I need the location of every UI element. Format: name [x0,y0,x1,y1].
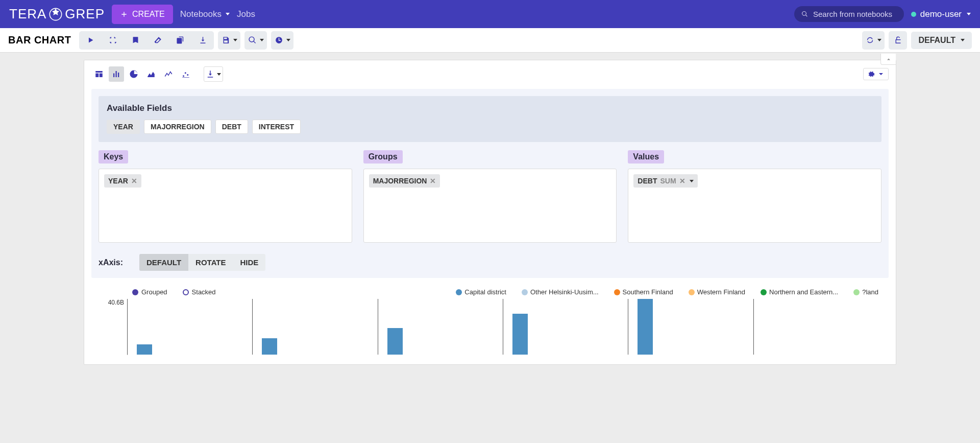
erase-button[interactable] [146,31,169,50]
radio-icon [132,289,138,295]
available-field[interactable]: YEAR [107,120,140,134]
caret-down-icon [286,39,290,41]
interpreter-label: DEFAULT [918,36,955,45]
legend-label: Southern Finland [623,288,673,296]
scheduler-group [271,31,293,50]
search-box[interactable] [794,6,904,22]
xaxis-option[interactable]: HIDE [233,254,266,271]
unlock-icon [894,36,902,44]
legend-dot-icon [761,289,767,295]
viz-area-button[interactable] [143,66,159,82]
legend-label: Capital district [464,288,506,296]
groups-dropzone[interactable]: MAJORREGION✕ [363,169,617,243]
available-field[interactable]: DEBT [215,120,248,134]
caret-down-icon[interactable] [690,180,694,182]
copy-button[interactable] [169,31,191,50]
bar-chart-icon [112,69,121,79]
viz-scatter-button[interactable] [178,66,193,82]
viz-pie-button[interactable] [126,66,141,82]
nav-notebooks[interactable]: Notebooks [180,9,230,19]
xaxis-option[interactable]: ROTATE [188,254,233,271]
available-field[interactable]: MAJORREGION [144,120,211,134]
search-input[interactable] [812,9,897,19]
chart-mode-option[interactable]: Grouped [132,288,167,296]
y-tick-top: 40.6B [102,299,127,355]
user-menu[interactable]: demo-user [911,9,971,19]
available-fields-row: YEARMAJORREGIONDEBTINTEREST [107,120,873,134]
caret-down-icon [226,13,230,15]
download-result-button[interactable] [204,66,223,82]
field-chip[interactable]: DEBTSUM✕ [633,174,697,188]
legend-item[interactable]: Other Helsinki-Uusim... [522,288,599,296]
settings-button[interactable] [863,68,889,80]
legend-dot-icon [689,289,695,295]
book-icon [131,36,140,44]
chart: GroupedStackedCapital districtOther Hels… [91,288,889,355]
values-label: Values [628,150,664,164]
keys-label: Keys [99,150,128,164]
chip-name: MAJORREGION [373,177,427,185]
chip-name: YEAR [108,177,128,185]
available-field[interactable]: INTEREST [252,120,301,134]
xaxis-label: xAxis: [99,258,123,267]
remove-icon[interactable]: ✕ [430,177,436,185]
field-chip[interactable]: MAJORREGION✕ [369,174,440,188]
play-icon [86,36,95,44]
save-group [218,31,240,50]
legend-dot-icon [456,289,462,295]
save-button[interactable] [218,31,240,50]
viz-line-button[interactable] [161,66,176,82]
nav-notebooks-label: Notebooks [180,9,222,19]
legend-item[interactable]: Northern and Eastern... [761,288,838,296]
run-group [79,31,214,50]
search-icon [248,36,257,44]
svg-point-3 [185,72,186,74]
legend-label: ?land [862,288,878,296]
chart-mode-option[interactable]: Stacked [183,288,216,296]
collapse-button[interactable] [880,54,896,65]
bar [638,299,653,355]
brand-logo: TERA GREP [9,6,105,22]
pie-chart-icon [129,69,138,79]
run-button[interactable] [79,31,102,50]
year-group [503,299,628,355]
caret-down-icon [967,13,971,15]
legend-item[interactable]: Capital district [456,288,506,296]
legend-item[interactable]: Southern Finland [614,288,673,296]
chart-plot [127,299,878,355]
values-dropzone[interactable]: DEBTSUM✕ [628,169,881,243]
keys-dropzone[interactable]: YEAR✕ [99,169,352,243]
plus-icon [120,10,128,18]
table-icon [94,69,104,79]
legend-item[interactable]: ?land [853,288,878,296]
interpreter-button[interactable]: DEFAULT [911,32,972,49]
refresh-button[interactable] [862,31,885,50]
viz-bar-button[interactable] [109,66,124,82]
viz-table-button[interactable] [91,66,107,82]
download-icon [199,36,207,44]
mode-label: Stacked [192,288,216,296]
xaxis-option[interactable]: DEFAULT [139,254,188,271]
remove-icon[interactable]: ✕ [679,177,685,185]
scatter-chart-icon [181,69,190,79]
collapse-all-button[interactable] [102,31,124,50]
legend-item[interactable]: Western Finland [689,288,745,296]
year-group [628,299,753,355]
create-button[interactable]: CREATE [112,5,173,24]
config-panel: Available Fields YEARMAJORREGIONDEBTINTE… [91,89,889,278]
lock-button[interactable] [889,31,907,50]
book-button[interactable] [124,31,146,50]
field-chip[interactable]: YEAR✕ [104,174,141,188]
download-button[interactable] [191,31,214,50]
lock-group [889,31,907,50]
remove-icon[interactable]: ✕ [131,177,137,185]
year-group [378,299,503,355]
scheduler-button[interactable] [271,31,293,50]
svg-point-2 [183,75,184,77]
search-dropdown-button[interactable] [244,31,267,50]
page-title: BAR CHART [8,34,71,46]
line-chart-icon [164,69,173,79]
groups-column: Groups MAJORREGION✕ [363,150,617,243]
nav-jobs[interactable]: Jobs [237,9,255,19]
caret-down-icon [260,39,264,41]
